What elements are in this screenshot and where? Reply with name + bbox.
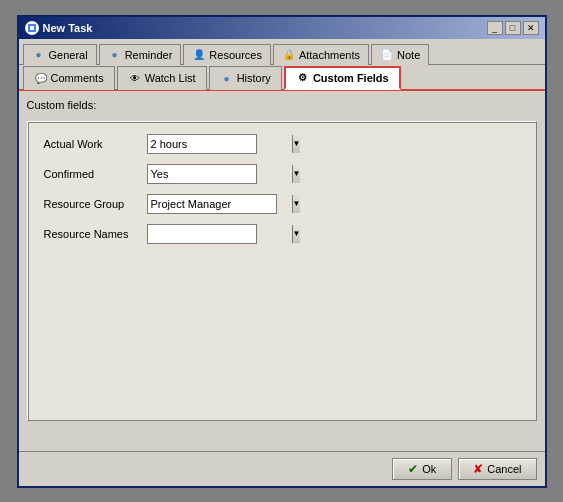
close-button[interactable]: ✕ — [523, 21, 539, 35]
confirmed-dropdown-btn[interactable]: ▼ — [292, 165, 301, 183]
window-title: New Task — [43, 22, 93, 34]
title-bar-left: New Task — [25, 21, 93, 35]
resource-group-label: Resource Group — [44, 198, 139, 210]
tab-note-label: Note — [397, 49, 420, 61]
tab-attachments[interactable]: 🔒 Attachments — [273, 44, 369, 65]
tab-history[interactable]: ● History — [209, 66, 282, 90]
field-row-actual-work: Actual Work ▼ — [44, 134, 520, 154]
tab-customfields-label: Custom Fields — [313, 72, 389, 84]
tab-reminder[interactable]: ● Reminder — [99, 44, 182, 65]
watchlist-icon: 👁 — [128, 71, 142, 85]
resource-names-label: Resource Names — [44, 228, 139, 240]
tabs-row-1: ● General ● Reminder 👤 Resources 🔒 Attac… — [19, 39, 545, 65]
confirmed-control: ▼ — [147, 164, 257, 184]
resource-group-dropdown-btn[interactable]: ▼ — [292, 195, 301, 213]
window-icon — [25, 21, 39, 35]
tab-general-label: General — [49, 49, 88, 61]
tab-attachments-label: Attachments — [299, 49, 360, 61]
resource-names-combo[interactable]: ▼ — [147, 224, 257, 244]
maximize-button[interactable]: □ — [505, 21, 521, 35]
history-icon: ● — [220, 71, 234, 85]
field-row-resource-names: Resource Names ▼ — [44, 224, 520, 244]
tab-note[interactable]: 📄 Note — [371, 44, 429, 65]
tab-history-label: History — [237, 72, 271, 84]
actual-work-label: Actual Work — [44, 138, 139, 150]
content-area: Custom fields: Actual Work ▼ Confirmed — [19, 91, 545, 451]
ok-icon: ✔ — [408, 462, 418, 476]
confirmed-combo[interactable]: ▼ — [147, 164, 257, 184]
general-icon: ● — [32, 48, 46, 62]
minimize-button[interactable]: _ — [487, 21, 503, 35]
attachments-icon: 🔒 — [282, 48, 296, 62]
ok-button[interactable]: ✔ Ok — [392, 458, 452, 480]
resource-names-control: ▼ — [147, 224, 257, 244]
tab-general[interactable]: ● General — [23, 44, 97, 65]
cancel-label: Cancel — [487, 463, 521, 475]
ok-label: Ok — [422, 463, 436, 475]
title-controls: _ □ ✕ — [487, 21, 539, 35]
resource-names-input[interactable] — [148, 225, 292, 243]
footer: ✔ Ok ✘ Cancel — [19, 451, 545, 486]
field-row-resource-group: Resource Group ▼ — [44, 194, 520, 214]
confirmed-label: Confirmed — [44, 168, 139, 180]
tab-reminder-label: Reminder — [125, 49, 173, 61]
title-bar: New Task _ □ ✕ — [19, 17, 545, 39]
tabs-row-2: 💬 Comments 👁 Watch List ● History ⚙ Cust… — [19, 65, 545, 91]
fields-area: Actual Work ▼ Confirmed ▼ — [27, 121, 537, 421]
confirmed-input[interactable] — [148, 165, 292, 183]
tab-customfields[interactable]: ⚙ Custom Fields — [284, 66, 401, 90]
actual-work-combo[interactable]: ▼ — [147, 134, 257, 154]
resource-names-dropdown-btn[interactable]: ▼ — [292, 225, 301, 243]
reminder-icon: ● — [108, 48, 122, 62]
comments-icon: 💬 — [34, 71, 48, 85]
actual-work-dropdown-btn[interactable]: ▼ — [292, 135, 301, 153]
tab-resources-label: Resources — [209, 49, 262, 61]
resource-group-combo[interactable]: ▼ — [147, 194, 277, 214]
field-row-confirmed: Confirmed ▼ — [44, 164, 520, 184]
tab-comments[interactable]: 💬 Comments — [23, 66, 115, 90]
svg-rect-1 — [30, 26, 34, 30]
tab-resources[interactable]: 👤 Resources — [183, 44, 271, 65]
actual-work-input[interactable] — [148, 135, 292, 153]
resource-group-control: ▼ — [147, 194, 277, 214]
tab-watchlist-label: Watch List — [145, 72, 196, 84]
customfields-icon: ⚙ — [296, 71, 310, 85]
resource-group-input[interactable] — [148, 195, 292, 213]
cancel-button[interactable]: ✘ Cancel — [458, 458, 536, 480]
tab-comments-label: Comments — [51, 72, 104, 84]
actual-work-control: ▼ — [147, 134, 257, 154]
resources-icon: 👤 — [192, 48, 206, 62]
new-task-window: New Task _ □ ✕ ● General ● Reminder 👤 Re… — [17, 15, 547, 488]
note-icon: 📄 — [380, 48, 394, 62]
section-title: Custom fields: — [27, 99, 537, 111]
cancel-icon: ✘ — [473, 462, 483, 476]
tab-watchlist[interactable]: 👁 Watch List — [117, 66, 207, 90]
